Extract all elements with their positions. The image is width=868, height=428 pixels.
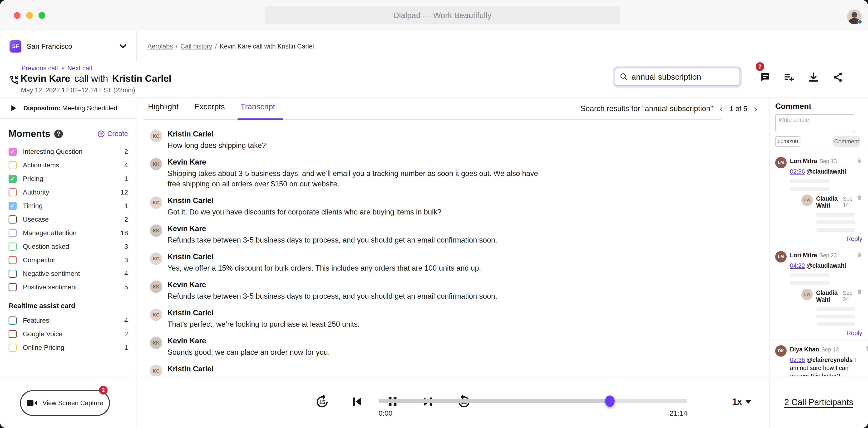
transcript-message: KC Kristin CarlelHow long does shipping … [150, 130, 769, 151]
workspace-logo: SF [9, 40, 22, 53]
timestamp-link[interactable]: 04:22 [790, 262, 805, 269]
previous-result-chevron[interactable]: ‹ [719, 105, 723, 112]
assist-filter-online-pricing[interactable]: Online Pricing 1 [0, 341, 136, 354]
call-datetime: May 12, 2022 12:02–12:24 EST (22min) [21, 87, 135, 94]
minimize-window-button[interactable] [26, 12, 33, 19]
checkbox[interactable]: ✓ [8, 147, 17, 156]
previous-track-button[interactable] [351, 395, 363, 408]
help-icon[interactable]: ? [54, 130, 63, 138]
transcript-message: KC Kristin CarlelLet's do it. [150, 365, 769, 376]
add-to-playlist-icon[interactable] [783, 72, 794, 83]
transcript-search-input[interactable] [631, 72, 735, 81]
reply-link[interactable]: Reply [790, 329, 862, 337]
checkbox[interactable] [8, 283, 17, 291]
dot-separator [62, 68, 64, 69]
checkbox[interactable] [8, 242, 17, 251]
reply-link[interactable]: Reply [790, 235, 862, 242]
delete-comment-icon[interactable] [857, 157, 862, 163]
moment-filter-interesting-question[interactable]: ✓ Interesting Question 2 [0, 145, 136, 158]
redacted-text-bar [790, 179, 830, 183]
moment-filter-usecase[interactable]: Usecase 2 [0, 212, 136, 226]
share-icon[interactable] [832, 72, 843, 83]
transcript-message: KK Kevin KareRefunds take between 3-5 bu… [150, 225, 769, 245]
playback-speed-selector[interactable]: 1x [733, 397, 751, 407]
mention[interactable]: @claudiawalti [807, 262, 846, 269]
previous-call-link[interactable]: Previous call [22, 65, 58, 72]
comments-toggle-button[interactable] [760, 72, 770, 83]
tabs-bar: Highlight Excerpts Transcript Search res… [137, 98, 769, 121]
checkbox[interactable] [8, 330, 17, 338]
macos-titlebar: Dialpad — Work Beautifully [0, 0, 868, 31]
checkbox[interactable]: ✓ [8, 175, 17, 183]
timestamp-link[interactable]: 02:36 [790, 356, 805, 363]
comment-author: Lori Mitra [790, 158, 817, 165]
checkbox[interactable] [8, 161, 17, 169]
moment-filter-pricing[interactable]: ✓ Pricing 1 [0, 172, 136, 186]
disposition-row[interactable]: Disposition: Meeting Scheduled [0, 98, 136, 119]
close-window-button[interactable] [14, 12, 21, 19]
redacted-text-bar [790, 281, 830, 285]
assist-filter-google-voice[interactable]: Google Voice 2 [0, 327, 136, 341]
skip-forward-15-button[interactable]: 15 [315, 394, 329, 409]
disposition-label: Disposition: [23, 105, 60, 112]
incoming-call-icon [9, 75, 20, 85]
delete-comment-icon[interactable] [857, 195, 862, 201]
redacted-text-bar [790, 187, 830, 191]
message-text: Shipping takes about 3-5 business days, … [167, 168, 544, 189]
checkbox[interactable] [8, 216, 17, 224]
zoom-window-button[interactable] [38, 12, 45, 19]
moment-filter-negative-sentiment[interactable]: Negative sentiment 4 [0, 267, 136, 281]
timestamp-input[interactable] [775, 136, 800, 147]
checkbox[interactable] [8, 229, 17, 237]
moment-filter-timing[interactable]: ✓ Timing 1 [0, 199, 136, 212]
mention[interactable]: @claudiawalti [807, 168, 846, 175]
breadcrumb-link-call-history[interactable]: Call history [180, 43, 212, 50]
callee-name: Kristin Carlel [112, 73, 171, 84]
tab-excerpts[interactable]: Excerpts [194, 102, 225, 118]
checkbox[interactable] [8, 317, 17, 325]
checkbox[interactable] [8, 188, 17, 196]
tab-highlight[interactable]: Highlight [148, 102, 179, 118]
transcript-panel: KC Kristin CarlelHow long does shipping … [137, 121, 769, 376]
result-position: 1 of 5 [730, 105, 747, 113]
moment-filter-authority[interactable]: Authority 12 [0, 186, 136, 199]
next-result-chevron[interactable]: › [754, 105, 757, 112]
moment-count: 2 [124, 330, 128, 338]
comment-date: Sep 24 [843, 290, 854, 303]
timestamp-link[interactable]: 02:36 [790, 168, 805, 175]
call-participants-link[interactable]: 2 Call Participants [784, 397, 853, 407]
transcript-search-field[interactable] [615, 68, 740, 86]
speaker-name: Kristin Carlel [167, 309, 360, 317]
moment-filter-action-items[interactable]: Action items 4 [0, 158, 136, 172]
view-screen-capture-button[interactable]: View Screen Capture [20, 390, 110, 416]
timeline-knob[interactable] [605, 395, 615, 407]
download-icon[interactable] [808, 72, 819, 83]
checkbox[interactable] [8, 256, 17, 264]
delete-comment-icon[interactable] [857, 251, 862, 257]
tab-transcript[interactable]: Transcript [241, 102, 275, 118]
checkbox[interactable] [8, 270, 17, 278]
comment-panel: Comment Comment LM Lori Mitra Sep 13 02:… [769, 98, 868, 376]
capture-label: View Screen Capture [42, 399, 103, 407]
transcript-message: KK Kevin KareRefunds take between 3-5 bu… [150, 281, 769, 301]
moment-filter-question-asked[interactable]: Question asked 3 [0, 240, 136, 253]
note-input[interactable] [775, 114, 854, 132]
moment-filter-positive-sentiment[interactable]: Positive sentiment 5 [0, 281, 136, 294]
delete-comment-icon[interactable] [857, 289, 862, 295]
create-moment-button[interactable]: Create [97, 130, 128, 138]
breadcrumb-link-aerolabs[interactable]: Aerolabs [148, 43, 173, 50]
delete-comment-icon[interactable] [865, 345, 868, 352]
message-text: Got it. Do we you have discounts for cor… [167, 207, 441, 217]
checkbox[interactable]: ✓ [8, 202, 17, 210]
checkbox[interactable] [8, 343, 17, 352]
redacted-text-bar [816, 221, 856, 224]
comment-submit-button[interactable]: Comment [833, 136, 860, 147]
next-call-link[interactable]: Next call [67, 65, 92, 72]
moment-filter-manager-attention[interactable]: Manager attention 18 [0, 226, 136, 240]
workspace-switcher[interactable]: SF San Francisco [0, 31, 137, 62]
mention[interactable]: @clairereynolds [807, 356, 853, 363]
timeline-slider[interactable] [378, 399, 687, 403]
moment-filter-competitor[interactable]: Competitor 3 [0, 253, 136, 267]
speaker-name: Kristin Carlel [167, 196, 441, 205]
assist-filter-features[interactable]: Features 4 [0, 314, 136, 327]
